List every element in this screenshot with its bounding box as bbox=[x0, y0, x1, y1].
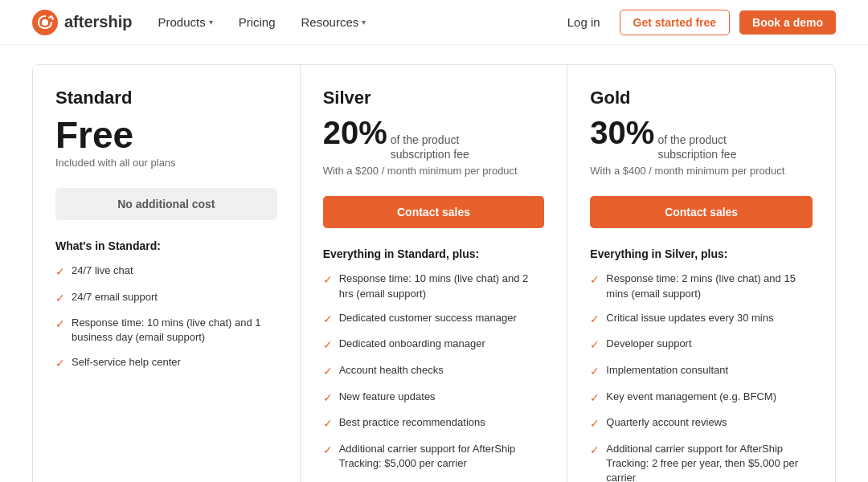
feature-text: Dedicated onboarding manager bbox=[339, 337, 485, 351]
logo[interactable]: aftership bbox=[32, 10, 132, 35]
check-icon: ✓ bbox=[323, 416, 333, 432]
feature-text: Response time: 10 mins (live chat) and 1… bbox=[72, 316, 277, 345]
check-icon: ✓ bbox=[323, 272, 333, 288]
feature-text: Additional carrier support for AfterShip… bbox=[339, 442, 545, 471]
feature-item: ✓ Response time: 10 mins (live chat) and… bbox=[55, 316, 277, 345]
feature-item: ✓ Best practice recommendations bbox=[323, 415, 545, 432]
feature-item: ✓ Key event management (e.g. BFCM) bbox=[590, 390, 813, 406]
check-icon: ✓ bbox=[590, 364, 600, 380]
nav-pricing[interactable]: Pricing bbox=[239, 15, 276, 29]
navbar: aftership Products ▾ Pricing Resources ▾… bbox=[0, 0, 868, 45]
plan-subtitle: Included with all our plans bbox=[55, 157, 277, 169]
price-suffix: of the product subscription fee bbox=[391, 133, 487, 161]
check-icon: ✓ bbox=[323, 364, 333, 380]
pricing-section: Standard Free Included with all our plan… bbox=[0, 45, 868, 482]
price-row: 20% of the product subscription fee bbox=[323, 116, 545, 161]
feature-item: ✓ Additional carrier support for AfterSh… bbox=[590, 442, 813, 482]
nav-products[interactable]: Products ▾ bbox=[158, 15, 212, 29]
feature-text: Best practice recommendations bbox=[339, 415, 485, 430]
feature-item: ✓ Quarterly account reviews bbox=[590, 415, 813, 432]
price-row: Free bbox=[55, 116, 277, 153]
feature-text: Self-service help center bbox=[72, 355, 181, 370]
logo-text: aftership bbox=[64, 13, 132, 31]
contact-sales-button-silver[interactable]: Contact sales bbox=[323, 196, 545, 228]
svg-point-1 bbox=[42, 19, 48, 26]
resources-chevron-icon: ▾ bbox=[362, 18, 366, 27]
plan-subtitle: With a $400 / month minimum per product bbox=[590, 165, 813, 177]
price-percent: 20% bbox=[323, 116, 387, 149]
products-chevron-icon: ▾ bbox=[209, 18, 213, 27]
feature-item: ✓ Response time: 2 mins (live chat) and … bbox=[590, 272, 813, 300]
features-title: Everything in Silver, plus: bbox=[590, 247, 813, 260]
feature-item: ✓ Account health checks bbox=[323, 363, 545, 380]
feature-list: ✓ 24/7 live chat ✓ 24/7 email support ✓ … bbox=[55, 263, 277, 371]
price-suffix: of the product subscription fee bbox=[657, 133, 754, 161]
features-title: What's in Standard: bbox=[55, 239, 277, 252]
feature-item: ✓ Critical issue updates every 30 mins bbox=[590, 311, 813, 328]
feature-text: Key event management (e.g. BFCM) bbox=[606, 390, 776, 404]
feature-item: ✓ Response time: 10 mins (live chat) and… bbox=[323, 272, 545, 300]
check-icon: ✓ bbox=[323, 312, 333, 328]
price-percent: 30% bbox=[590, 116, 654, 149]
feature-text: 24/7 live chat bbox=[72, 263, 133, 278]
contact-sales-button-gold[interactable]: Contact sales bbox=[590, 196, 813, 228]
feature-item: ✓ Implementation consultant bbox=[590, 363, 813, 380]
price-free: Free bbox=[55, 116, 133, 153]
plan-name: Silver bbox=[323, 88, 545, 108]
feature-list: ✓ Response time: 10 mins (live chat) and… bbox=[323, 272, 545, 482]
price-row: 30% of the product subscription fee bbox=[590, 116, 813, 161]
check-icon: ✓ bbox=[590, 390, 600, 406]
feature-item: ✓ Dedicated customer success manager bbox=[323, 311, 545, 328]
plans-grid: Standard Free Included with all our plan… bbox=[32, 64, 836, 482]
no-cost-button: No additional cost bbox=[55, 188, 277, 220]
feature-list: ✓ Response time: 2 mins (live chat) and … bbox=[590, 272, 813, 482]
feature-text: Quarterly account reviews bbox=[606, 415, 727, 430]
plan-card-gold: Gold 30% of the product subscription fee… bbox=[567, 65, 835, 482]
feature-item: ✓ Developer support bbox=[590, 337, 813, 353]
check-icon: ✓ bbox=[55, 317, 65, 333]
feature-item: ✓ Additional carrier support for AfterSh… bbox=[323, 442, 545, 471]
feature-text: Critical issue updates every 30 mins bbox=[606, 311, 773, 325]
feature-text: Implementation consultant bbox=[606, 363, 728, 378]
feature-text: Response time: 10 mins (live chat) and 2… bbox=[339, 272, 545, 300]
plan-card-silver: Silver 20% of the product subscription f… bbox=[301, 65, 568, 482]
plan-subtitle: With a $200 / month minimum per product bbox=[323, 165, 545, 177]
feature-item: ✓ New feature updates bbox=[323, 390, 545, 406]
login-button[interactable]: Log in bbox=[558, 10, 610, 34]
check-icon: ✓ bbox=[55, 356, 65, 372]
feature-text: Dedicated customer success manager bbox=[339, 311, 517, 325]
check-icon: ✓ bbox=[323, 390, 333, 406]
check-icon: ✓ bbox=[55, 264, 65, 280]
check-icon: ✓ bbox=[590, 337, 600, 353]
plan-name: Standard bbox=[55, 88, 277, 108]
feature-text: Account health checks bbox=[339, 363, 444, 378]
feature-text: Additional carrier support for AfterShip… bbox=[606, 442, 813, 482]
check-icon: ✓ bbox=[590, 312, 600, 328]
plan-card-standard: Standard Free Included with all our plan… bbox=[33, 65, 301, 482]
check-icon: ✓ bbox=[590, 416, 600, 432]
feature-text: Developer support bbox=[606, 337, 691, 351]
check-icon: ✓ bbox=[323, 337, 333, 353]
book-demo-button[interactable]: Book a demo bbox=[739, 10, 836, 35]
feature-text: Response time: 2 mins (live chat) and 15… bbox=[606, 272, 813, 300]
plan-name: Gold bbox=[590, 88, 813, 108]
logo-icon bbox=[32, 10, 58, 35]
nav-right: Log in Get started free Book a demo bbox=[558, 10, 836, 35]
feature-item: ✓ 24/7 email support bbox=[55, 290, 277, 307]
check-icon: ✓ bbox=[590, 272, 600, 288]
get-started-button[interactable]: Get started free bbox=[620, 10, 730, 35]
feature-item: ✓ Self-service help center bbox=[55, 355, 277, 372]
features-title: Everything in Standard, plus: bbox=[323, 247, 545, 260]
check-icon: ✓ bbox=[590, 443, 600, 459]
feature-item: ✓ 24/7 live chat bbox=[55, 263, 277, 280]
check-icon: ✓ bbox=[55, 291, 65, 307]
feature-text: 24/7 email support bbox=[72, 290, 158, 304]
nav-resources[interactable]: Resources ▾ bbox=[301, 15, 366, 29]
nav-left: aftership Products ▾ Pricing Resources ▾ bbox=[32, 10, 366, 35]
check-icon: ✓ bbox=[323, 443, 333, 459]
feature-text: New feature updates bbox=[339, 390, 436, 404]
feature-item: ✓ Dedicated onboarding manager bbox=[323, 337, 545, 353]
